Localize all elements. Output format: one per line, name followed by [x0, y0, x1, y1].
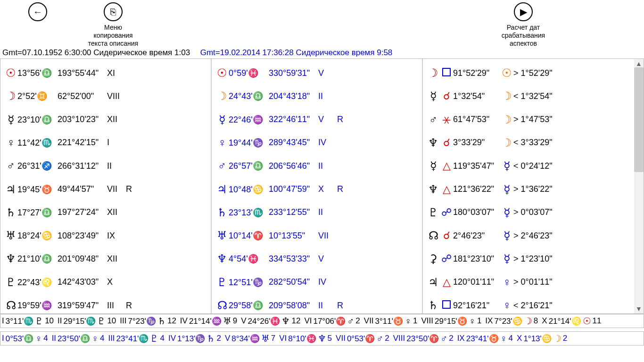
house-cusp: X 21°14'♌ ☉ 11	[542, 315, 601, 327]
ruler-house: 8	[534, 316, 538, 326]
aspect-orb: < 3°33'29"	[513, 138, 570, 148]
back-button[interactable]: ←	[9, 2, 66, 21]
aspect-symbol: ⚹	[440, 114, 453, 126]
cusp-degree: 21°14'♌	[549, 316, 581, 326]
aspect-value: 91°52'29"	[453, 68, 500, 78]
scrollbar[interactable]: ▲ ▼	[634, 59, 644, 313]
aspect-symbol: ☍	[440, 253, 453, 265]
scroll-down-icon[interactable]: ▼	[634, 305, 644, 313]
position-sign: 10°48'♋	[229, 184, 269, 195]
planet-row: ♃19°45'♉49°44'57"VIIR	[4, 178, 207, 201]
aspect-planet2: ☽	[500, 136, 513, 149]
planet-glyph: ♆	[215, 252, 229, 265]
aspect-symbol	[440, 299, 453, 312]
aspect-orb: < 1°32'54"	[513, 91, 570, 101]
planet-glyph: ♃	[4, 183, 17, 196]
aspect-symbol: ☌	[440, 230, 453, 242]
ruler-house: 2	[449, 334, 453, 343]
retrograde: R	[126, 184, 135, 194]
ruler-house: 4	[100, 334, 104, 343]
position-degrees: 330°59'31"	[269, 68, 318, 78]
aspect-symbol: △	[440, 183, 453, 196]
position-degrees: 319°59'47"	[58, 301, 107, 311]
position-sign: 18°24'♋	[17, 230, 58, 241]
cusp-degree: 23°50'♈	[406, 334, 439, 344]
timestamp-right: Gmt=19.02.2014 17:36:28 Сидерическое вре…	[200, 48, 393, 58]
planet-row: ♀19°44'♑289°43'45"IV	[215, 131, 418, 154]
aspect-row: ♂⚹61°47'53"☽> 1°47'53"	[427, 108, 629, 131]
planet-glyph: ☽	[4, 90, 17, 103]
timestamp-bar: Gmt=07.10.1952 6:30:00 Сидерическое врем…	[0, 47, 644, 58]
position-degrees: 206°56'46"	[269, 161, 318, 171]
house: XII	[107, 207, 126, 217]
ruler-house: 4	[160, 334, 164, 343]
position-degrees: 289°43'45"	[269, 138, 318, 148]
house-roman: X	[542, 316, 547, 326]
ruler-house: 10	[45, 316, 54, 326]
position-sign: 0°59'♓	[229, 68, 269, 78]
planet-glyph: ♄	[4, 206, 17, 219]
planet-glyph: ♇	[215, 276, 229, 289]
cusp-degree: 23°50'♎	[58, 334, 90, 344]
footer-houses-natal: I 3°11'♏ ♇ 10II 29°15'♏ ♇ 10III 7°23'♑ ♄…	[0, 314, 644, 328]
position-degrees: 203°10'23"	[58, 115, 107, 124]
column-transit: ☉0°59'♓330°59'31"V☽24°43'♎204°43'18"II☿2…	[212, 59, 423, 313]
planet-glyph: ☿	[215, 113, 229, 126]
ruler-house: 2	[563, 334, 567, 343]
aspect-planet1: ☽	[427, 66, 440, 80]
aspect-planet2: ♀	[500, 276, 513, 289]
aspect-planet2: ☉	[500, 66, 513, 80]
planet-glyph: ♄	[215, 206, 229, 219]
aspect-planet1: ♆	[427, 183, 440, 196]
aspect-value: 120°01'11"	[453, 277, 500, 287]
aspect-orb: > 1°52'29"	[513, 68, 570, 78]
scroll-up-icon[interactable]: ▲	[634, 60, 644, 67]
copy-menu-button[interactable]: ⎘ Меню копирования текста описания	[85, 2, 141, 47]
position-sign: 19°44'♑	[229, 138, 269, 148]
house-cusp: V 24°26'♓ ♆ 12	[241, 315, 300, 327]
ruler-glyph: ♀	[469, 316, 476, 327]
aspect-row: ♇☍180°03'07"☿> 0°03'07"	[427, 201, 629, 224]
planet-row: ☉13°56'♎193°55'44"XI	[4, 61, 207, 84]
aspect-row: ♆△121°36'22"☿> 1°36'22"	[427, 178, 629, 201]
house-roman: III	[108, 334, 115, 343]
ruler-house: 2	[355, 316, 360, 326]
house: XII	[107, 254, 126, 264]
aspect-symbol: ☌	[440, 90, 453, 102]
toolbar: ← ⎘ Меню копирования текста описания ▶ Р…	[0, 0, 644, 47]
planet-row: ♅18°24'♋108°23'49"IX	[4, 224, 207, 247]
ruler-glyph: ♀	[35, 333, 42, 344]
planet-row: ☿22°46'♒322°46'11"VR	[215, 108, 418, 131]
aspect-value: 61°47'53"	[453, 115, 500, 124]
aspect-planet2: ♀	[500, 299, 513, 312]
position-sign: 19°59'♒	[17, 300, 58, 311]
ruler-glyph: ♀	[91, 333, 99, 344]
calc-button[interactable]: ▶ Расчет дат срабатывания аспектов	[495, 2, 552, 47]
planet-row: ♇12°51'♑282°50'54"IV	[215, 271, 418, 294]
house-cusp: VIII 29°15'♉ ♀ 1	[421, 316, 481, 327]
cusp-degree: 29°15'♉	[435, 316, 467, 326]
position-sign: 24°43'♎	[229, 91, 269, 101]
planet-row: ♃10°48'♋100°47'59"XR	[215, 178, 418, 201]
house: IV	[318, 277, 337, 287]
ruler-house: 5	[328, 334, 332, 343]
position-sign: 22°43'♌	[17, 277, 58, 288]
ruler-house: 10	[107, 316, 116, 326]
planet-glyph: ♃	[215, 183, 229, 196]
planet-glyph: ♀	[215, 136, 229, 149]
house: X	[107, 277, 126, 287]
cusp-degree: 23°41'♏	[116, 334, 149, 344]
planet-glyph: ☉	[4, 66, 17, 80]
aspect-orb: > 1°23'10"	[513, 254, 570, 264]
cusp-degree: 17°06'♈	[313, 316, 346, 326]
planet-glyph: ♅	[215, 229, 229, 242]
house-roman: VII	[336, 334, 346, 343]
position-degrees: 100°47'59"	[269, 184, 318, 194]
aspect-orb: > 0°03'07"	[513, 207, 570, 217]
aspect-row: ☿△119°35'47"☿< 0°24'12"	[427, 155, 629, 178]
position-sign: 29°58'♎	[229, 300, 269, 311]
scroll-thumb[interactable]	[634, 67, 644, 172]
aspect-row: ♄92°16'21"♀< 2°16'21"	[427, 294, 629, 313]
planet-row: ♂26°57'♎206°56'46"II	[215, 155, 418, 178]
cusp-degree: 8°34'♒	[231, 334, 259, 344]
